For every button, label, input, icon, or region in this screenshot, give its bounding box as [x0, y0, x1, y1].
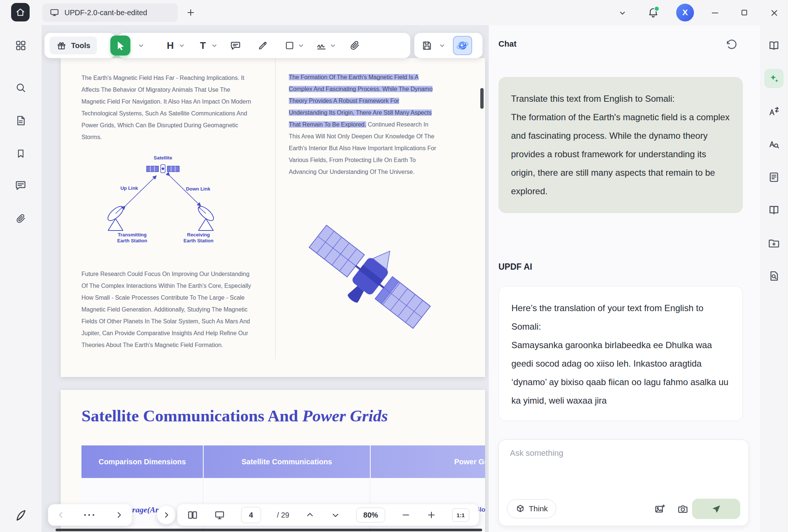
horizontal-scrollbar[interactable]: [56, 529, 482, 531]
signature-tool-chevron[interactable]: [329, 41, 337, 50]
zoom-out-button[interactable]: [401, 510, 411, 520]
view-controls-bar: / 29 80% 1:1: [177, 504, 479, 526]
sidebar-thumbnails-button[interactable]: [12, 112, 30, 129]
heading-tool-button[interactable]: H: [163, 37, 178, 54]
annotation-toolbar: H T: [118, 33, 410, 58]
user-message[interactable]: Translate this text from English to Soma…: [498, 77, 743, 213]
satellite-illustration: [302, 213, 440, 336]
two-page-icon: [187, 509, 198, 521]
close-button[interactable]: [769, 8, 779, 18]
next-page-button[interactable]: [331, 510, 340, 520]
chat-history-button[interactable]: [725, 38, 738, 51]
updf-app-window: UPDF-2.0-cant-be-edited X: [0, 0, 788, 532]
send-button[interactable]: [692, 499, 740, 519]
home-button[interactable]: [11, 3, 30, 21]
folder-export-button[interactable]: [764, 233, 784, 253]
ai-sparkle-icon: [768, 73, 780, 84]
new-tab-button[interactable]: [186, 8, 196, 17]
actual-size-button[interactable]: 1:1: [452, 508, 469, 522]
comment-tool-button[interactable]: [228, 37, 243, 54]
history-nav-bar: ···: [48, 504, 132, 526]
sidebar-attachments-button[interactable]: [12, 210, 30, 228]
diagram-label-receiving: Receiving Earth Station: [176, 232, 221, 244]
chat-input-card: Think: [498, 440, 749, 526]
maximize-button[interactable]: [740, 8, 749, 17]
avatar[interactable]: X: [676, 4, 694, 21]
page-title-italic: Power Grids: [302, 407, 388, 425]
updf-logo[interactable]: [12, 506, 30, 524]
pencil-icon: [257, 40, 268, 51]
ai-assistant-button[interactable]: [764, 69, 784, 88]
reading-mode-button[interactable]: [214, 509, 225, 521]
paperclip-icon: [15, 213, 26, 224]
right-sidebar: [760, 25, 788, 532]
select-tool-button[interactable]: [110, 36, 130, 55]
summarize-notes-button[interactable]: [764, 168, 784, 187]
save-tool-button[interactable]: [420, 37, 434, 54]
shape-tool-button[interactable]: [282, 37, 297, 54]
paragraph-formation-rest[interactable]: Continued Research In This Area Will Not…: [289, 121, 436, 175]
expand-toolbar-button[interactable]: [157, 506, 176, 524]
page-title[interactable]: Satellite Communications And Power Grids: [81, 406, 388, 425]
notifications-button[interactable]: [647, 7, 659, 18]
attachment-tool-button[interactable]: [347, 37, 362, 54]
pencil-tool-button[interactable]: [256, 37, 270, 54]
nav-forward-button[interactable]: [114, 510, 124, 520]
proofread-button[interactable]: [764, 135, 784, 154]
document-search-button[interactable]: [764, 266, 784, 286]
left-sidebar: [0, 25, 41, 532]
nav-back-button[interactable]: [56, 510, 66, 520]
chevron-right-icon: [162, 511, 171, 519]
apps-grid-icon: [15, 40, 27, 51]
page-number-input[interactable]: [241, 507, 261, 523]
minimize-button[interactable]: [710, 8, 720, 18]
save-tool-chevron[interactable]: [438, 41, 446, 50]
sidebar-apps-button[interactable]: [12, 37, 30, 54]
reader-mode-button[interactable]: [764, 36, 784, 55]
heading-tool-chevron[interactable]: [178, 41, 186, 50]
monitor-icon: [50, 8, 59, 17]
sidebar-bookmarks-button[interactable]: [12, 145, 30, 162]
tab-list-button[interactable]: [618, 8, 627, 18]
tools-button[interactable]: Tools: [50, 37, 97, 54]
shape-tool-chevron[interactable]: [297, 41, 305, 50]
zoom-in-button[interactable]: [427, 510, 436, 520]
signature-tool-button[interactable]: [314, 37, 329, 54]
chevron-down-icon: [438, 41, 446, 50]
ai-message[interactable]: Here’s the translation of your text from…: [498, 286, 743, 421]
translate-button[interactable]: [764, 102, 784, 121]
screenshot-button[interactable]: [677, 504, 688, 515]
two-page-view-button[interactable]: [187, 509, 198, 521]
add-image-button[interactable]: [654, 504, 665, 515]
text-tool-button[interactable]: T: [196, 37, 210, 54]
plus-icon: [186, 8, 196, 17]
chevron-left-icon: [56, 510, 66, 520]
comment-bubble-icon: [230, 40, 241, 51]
selected-text[interactable]: The Formation Of The Earth's Magnetic Fi…: [289, 74, 433, 128]
previous-page-button[interactable]: [305, 510, 315, 520]
chevron-down-icon: [137, 41, 145, 50]
vertical-scrollbar[interactable]: [480, 88, 484, 109]
sidebar-comments-button[interactable]: [12, 176, 30, 194]
history-icon: [725, 38, 738, 51]
document-tab[interactable]: UPDF-2.0-cant-be-edited: [42, 3, 178, 22]
table-header-cell: Comparison Dimensions: [81, 445, 203, 478]
more-actions-button[interactable]: ···: [84, 510, 96, 521]
document-search-icon: [768, 270, 780, 282]
home-icon: [15, 7, 26, 17]
think-toggle-button[interactable]: Think: [507, 499, 556, 518]
gift-icon: [56, 40, 67, 51]
document-icon: [15, 115, 27, 127]
select-tool-chevron[interactable]: [137, 41, 145, 50]
comment-list-icon: [15, 179, 27, 191]
paragraph-formation[interactable]: The Formation Of The Earth's Magnetic Fi…: [289, 71, 437, 178]
chat-input[interactable]: [509, 448, 733, 458]
page-panels-button[interactable]: [764, 201, 784, 220]
pdf-page-3: The Earth's Magnetic Field Has Far - Rea…: [61, 58, 485, 377]
text-tool-chevron[interactable]: [210, 41, 218, 50]
zoom-level-button[interactable]: 80%: [356, 508, 385, 522]
sidebar-search-button[interactable]: [12, 79, 30, 97]
ai-tool-button[interactable]: [453, 36, 472, 55]
paragraph-implications[interactable]: The Earth's Magnetic Field Has Far - Rea…: [81, 72, 252, 143]
paragraph-future-research[interactable]: Future Research Could Focus On Improving…: [81, 268, 256, 351]
